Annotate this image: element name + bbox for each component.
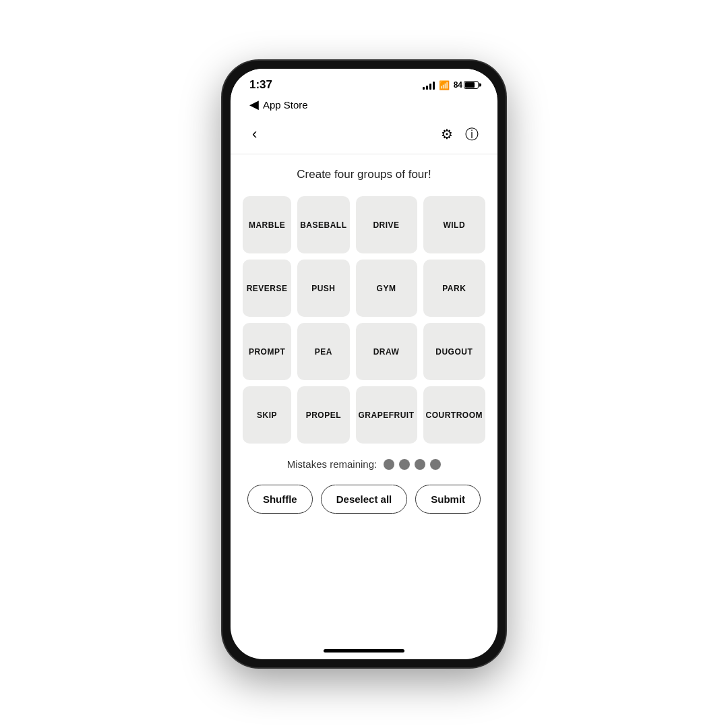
mistake-dot: [399, 459, 410, 470]
phone-device: 1:37 📶 84 ◀ App Store ‹: [222, 61, 506, 667]
word-tile[interactable]: PROMPT: [243, 323, 291, 380]
word-label: PROMPT: [246, 344, 288, 359]
word-label: DRIVE: [370, 218, 402, 233]
status-bar: 1:37 📶 84: [231, 69, 497, 96]
word-grid: MARBLEBASEBALLDRIVEWILDREVERSEPUSHGYMPAR…: [243, 196, 485, 444]
battery-indicator: 84: [454, 80, 479, 90]
word-label: PARK: [439, 281, 468, 296]
nav-right-icons: ⚙ ⓘ: [441, 125, 479, 144]
home-indicator: [324, 649, 404, 653]
word-label: GRAPEFRUIT: [356, 408, 417, 423]
submit-button[interactable]: Submit: [415, 485, 481, 514]
word-label: COURTROOM: [423, 408, 486, 423]
word-tile[interactable]: PARK: [423, 260, 486, 317]
word-tile[interactable]: PROPEL: [297, 386, 349, 444]
word-label: PUSH: [309, 281, 338, 296]
mistake-dot: [384, 459, 394, 470]
mistake-dot: [430, 459, 441, 470]
status-time: 1:37: [249, 78, 272, 92]
word-label: BASEBALL: [297, 218, 349, 233]
word-tile[interactable]: PEA: [297, 323, 349, 380]
word-tile[interactable]: GYM: [356, 260, 417, 317]
signal-icon: [423, 80, 435, 90]
word-label: GYM: [374, 281, 399, 296]
status-icons: 📶 84: [423, 80, 479, 90]
back-button[interactable]: ‹: [249, 123, 260, 146]
word-label: DUGOUT: [433, 344, 475, 359]
mistakes-label: Mistakes remaining:: [287, 458, 377, 470]
word-tile[interactable]: BASEBALL: [297, 196, 349, 253]
mistake-dots: [384, 459, 441, 470]
word-label: DRAW: [371, 344, 402, 359]
word-tile[interactable]: SKIP: [243, 386, 291, 444]
app-store-label: App Store: [263, 99, 308, 111]
word-label: SKIP: [254, 408, 280, 423]
word-label: REVERSE: [244, 281, 291, 296]
wifi-icon: 📶: [439, 80, 450, 90]
top-nav: ‹ ⚙ ⓘ: [231, 117, 497, 154]
main-content: Create four groups of four! MARBLEBASEBA…: [231, 154, 497, 659]
word-tile[interactable]: PUSH: [297, 260, 349, 317]
word-tile[interactable]: COURTROOM: [423, 386, 486, 444]
word-label: PROPEL: [303, 408, 344, 423]
word-tile[interactable]: REVERSE: [243, 260, 291, 317]
deselect-all-button[interactable]: Deselect all: [321, 485, 408, 514]
help-button[interactable]: ⓘ: [465, 125, 479, 144]
app-store-nav: ◀ App Store: [231, 96, 497, 117]
phone-screen: 1:37 📶 84 ◀ App Store ‹: [231, 69, 497, 659]
word-label: PEA: [312, 344, 335, 359]
mistake-dot: [415, 459, 425, 470]
game-subtitle: Create four groups of four!: [297, 168, 431, 181]
bottom-buttons: Shuffle Deselect all Submit: [247, 485, 481, 514]
word-tile[interactable]: DRIVE: [356, 196, 417, 253]
shuffle-button[interactable]: Shuffle: [247, 485, 313, 514]
settings-button[interactable]: ⚙: [441, 126, 453, 142]
word-tile[interactable]: MARBLE: [243, 196, 291, 253]
battery-level: 84: [454, 80, 462, 90]
word-tile[interactable]: DRAW: [356, 323, 417, 380]
battery-icon: [464, 81, 479, 89]
mistakes-row: Mistakes remaining:: [287, 458, 441, 470]
word-tile[interactable]: WILD: [423, 196, 486, 253]
word-label: MARBLE: [246, 218, 288, 233]
word-tile[interactable]: GRAPEFRUIT: [356, 386, 417, 444]
word-tile[interactable]: DUGOUT: [423, 323, 486, 380]
word-label: WILD: [440, 218, 468, 233]
app-store-back-arrow: ◀: [249, 97, 259, 112]
